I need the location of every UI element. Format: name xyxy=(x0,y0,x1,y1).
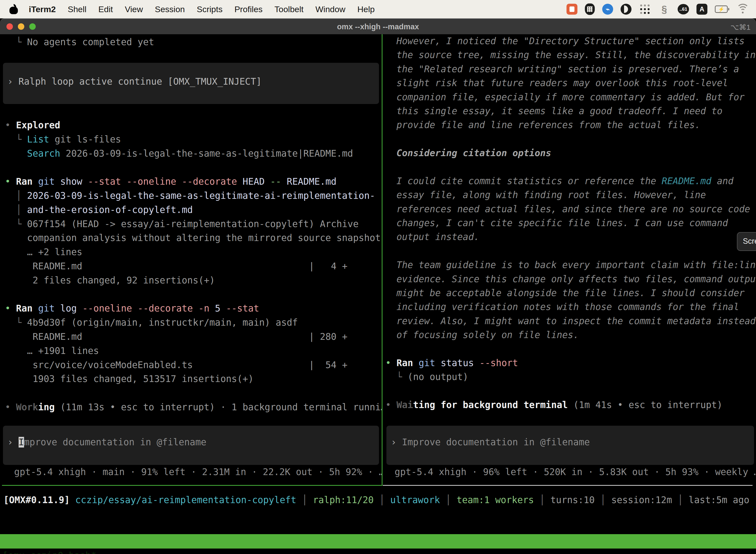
menu-item-shell[interactable]: Shell xyxy=(68,4,86,14)
terminal-line xyxy=(385,160,756,174)
terminal-line: └ (no output) xyxy=(385,370,756,384)
terminal-line: companion analysis without altering the … xyxy=(5,231,382,245)
terminal-line: references need actual files, and since … xyxy=(385,202,756,216)
terminal: └ No agents completed yet › Ralph loop a… xyxy=(0,34,756,554)
terminal-line: 2 files changed, 92 insertions(+) xyxy=(5,274,382,288)
prompt-placeholder: mprove documentation in @filename xyxy=(24,437,206,447)
terminal-line: • Explored xyxy=(5,118,382,132)
prompt-placeholder: Improve documentation in @filename xyxy=(402,437,590,447)
terminal-line: review. Also, I might want to inspect th… xyxy=(385,314,756,328)
terminal-line: output instead. xyxy=(385,230,756,244)
terminal-line: README.md | 4 + xyxy=(5,259,382,274)
terminal-line: including verification notes with those … xyxy=(385,300,756,314)
terminal-line: … +1901 lines xyxy=(5,344,382,358)
menu-item-help[interactable]: Help xyxy=(358,4,375,14)
screen: iTerm2ShellEditViewSessionScriptsProfile… xyxy=(0,0,756,554)
pane-divider[interactable] xyxy=(382,34,382,486)
right-pane: However, I noticed the "Directory Struct… xyxy=(383,34,756,486)
terminal-line xyxy=(385,244,756,258)
terminal-line: └ No agents completed yet xyxy=(5,35,154,49)
left-pane-body: • Explored └ List git ls-files Search 20… xyxy=(5,118,382,414)
terminal-line: Search 2026-03-09-is-legal-the-same-as-l… xyxy=(5,147,382,161)
left-prompt-input[interactable]: › Improve documentation in @filename xyxy=(3,426,379,465)
battery-percent-icon[interactable]: ..61 xyxy=(678,4,689,14)
text-cursor: I xyxy=(19,437,24,447)
menu-item-view[interactable]: View xyxy=(125,4,143,14)
dots-grid-icon[interactable] xyxy=(639,3,651,15)
terminal-line xyxy=(385,342,756,356)
menu-item-session[interactable]: Session xyxy=(155,4,185,14)
terminal-line: │ and-the-erosion-of-copyleft.md xyxy=(5,203,382,217)
apple-icon[interactable] xyxy=(9,4,18,14)
tmux-status-bar: [omx-cczip0:bash* "MacBook-Pro-44.local"… xyxy=(0,534,756,549)
stats-figure-icon[interactable]: § xyxy=(658,3,670,15)
terminal-line: the source tree, missing the essay. Stil… xyxy=(385,48,756,62)
terminal-line: However, I noticed the "Directory Struct… xyxy=(385,34,756,48)
right-pane-body: However, I noticed the "Directory Struct… xyxy=(385,34,756,412)
terminal-line xyxy=(5,386,382,400)
menu-item-window[interactable]: Window xyxy=(315,4,345,14)
terminal-line: evidence. Since this change only affects… xyxy=(385,272,756,286)
prompt-chevron: › xyxy=(391,437,402,447)
terminal-line: might be acceptable alongside the file l… xyxy=(385,286,756,300)
left-pane-border xyxy=(2,485,382,486)
terminal-line: slight risk that future readers may over… xyxy=(385,76,756,90)
menu-item-edit[interactable]: Edit xyxy=(99,4,113,14)
terminal-line: changes, I can't cite specific file line… xyxy=(385,216,756,230)
left-model-status: gpt-5.4 xhigh · main · 91% left · 2.31M … xyxy=(0,465,382,479)
screen-tooltip-button[interactable]: Scre xyxy=(737,232,756,251)
wifi-icon[interactable] xyxy=(737,3,749,15)
terminal-line: essay file, along with finding root file… xyxy=(385,188,756,202)
battery-icon[interactable]: ⚡ xyxy=(715,3,729,15)
terminal-line: Considering citation options xyxy=(385,146,756,160)
terminal-line: • Ran git status --short xyxy=(385,356,756,370)
keyboard-shield-icon[interactable] xyxy=(585,3,595,15)
menu-item-iterm2[interactable]: iTerm2 xyxy=(29,4,56,14)
window-title: omx --xhigh --madmax xyxy=(0,22,756,31)
menu-bar: iTerm2ShellEditViewSessionScriptsProfile… xyxy=(0,0,756,18)
tmux-session-label[interactable]: [omx-cczip0:bash* xyxy=(2,549,97,554)
ralph-box-text: Ralph loop active continue [OMX_TMUX_INJ… xyxy=(19,76,262,87)
terminal-line: companion file, especially if more comme… xyxy=(385,90,756,104)
omx-status-bar: [OMX#0.11.9] cczip/essay/ai-reimplementa… xyxy=(3,493,749,507)
terminal-line: • Ran git log --oneline --decorate -n 5 … xyxy=(5,301,382,316)
menu-items: iTerm2ShellEditViewSessionScriptsProfile… xyxy=(29,4,375,14)
input-source-icon[interactable]: A xyxy=(696,4,707,15)
window-shortcut: ⌥⌘1 xyxy=(731,23,751,32)
left-pane: └ No agents completed yet › Ralph loop a… xyxy=(0,34,382,486)
menu-item-toolbelt[interactable]: Toolbelt xyxy=(274,4,304,14)
terminal-line: of focusing solely on file lines. xyxy=(385,328,756,342)
terminal-line: └ 4b9d30f (origin/main, instructkr/main,… xyxy=(5,316,382,330)
terminal-line: └ List git ls-files xyxy=(5,132,382,147)
terminal-line xyxy=(385,384,756,398)
spark-badge-icon[interactable]: ⌁ xyxy=(602,4,613,15)
terminal-line: src/voice/voiceModeEnabled.ts | 54 + xyxy=(5,358,382,372)
menu-item-scripts[interactable]: Scripts xyxy=(197,4,223,14)
window-title-bar: omx --xhigh --madmax ⌥⌘1 xyxy=(0,18,756,34)
terminal-line: The team guideline is to back every impo… xyxy=(385,258,756,272)
terminal-line: provide file and line references from th… xyxy=(385,118,756,132)
terminal-line: the "Related research writing" section i… xyxy=(385,62,756,76)
menu-item-profiles[interactable]: Profiles xyxy=(234,4,262,14)
terminal-line: │ 2026-03-09-is-legal-the-same-as-legiti… xyxy=(5,189,382,203)
right-pane-border xyxy=(383,485,753,486)
terminal-line: 1903 files changed, 513517 insertions(+) xyxy=(5,372,382,386)
terminal-line: • Waiting for background terminal (1m 41… xyxy=(385,398,756,412)
terminal-line: • Working (11m 13s • esc to interrupt) ·… xyxy=(5,400,382,414)
messages-icon[interactable] xyxy=(567,4,577,15)
right-model-status: gpt-5.4 xhigh · 96% left · 520K in · 5.8… xyxy=(383,465,756,479)
prompt-chevron: › xyxy=(7,437,19,447)
terminal-line xyxy=(385,132,756,146)
right-prompt-input[interactable]: › Improve documentation in @filename xyxy=(386,426,754,465)
terminal-line xyxy=(5,161,382,175)
terminal-line xyxy=(5,288,382,302)
terminal-line: I could cite commit statistics or refere… xyxy=(385,174,756,188)
terminal-line: README.md | 280 + xyxy=(5,330,382,344)
moon-circle-icon[interactable] xyxy=(621,4,631,15)
status-icons: ⌁§..61A⚡ xyxy=(567,3,749,15)
terminal-line: this single essay, it seems like a good … xyxy=(385,104,756,118)
terminal-line: └ 067f154 (HEAD -> essay/ai-reimplementa… xyxy=(5,217,382,231)
terminal-line: • Ran git show --stat --oneline --decora… xyxy=(5,175,382,189)
terminal-line: … +2 lines xyxy=(5,245,382,259)
prompt-chevron: › xyxy=(7,76,19,87)
